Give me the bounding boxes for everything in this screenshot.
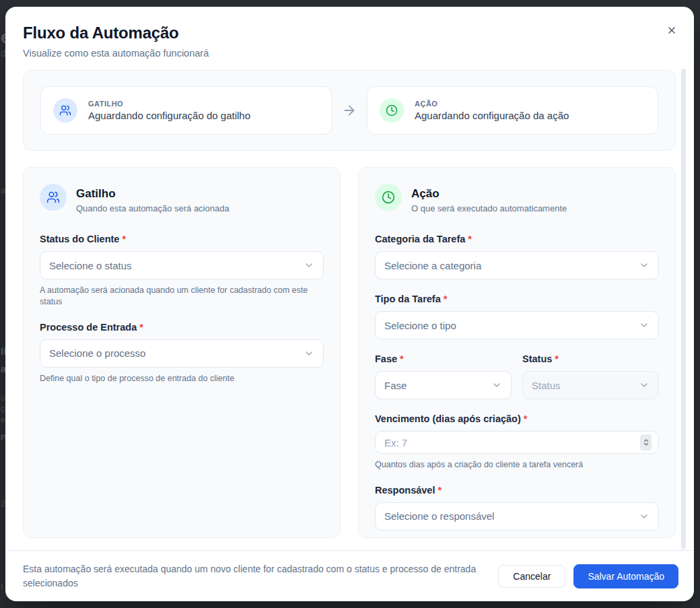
responsavel-select-value: Selecione o responsável <box>384 510 494 522</box>
fase-select[interactable]: Fase <box>375 371 512 399</box>
users-icon <box>40 184 67 211</box>
required-asterisk: * <box>468 234 472 244</box>
status-label: Status* <box>522 353 559 364</box>
vencimento-input[interactable] <box>375 431 659 454</box>
footer-actions: Cancelar Salvar Automação <box>498 564 678 588</box>
modal-subtitle: Visualize como esta automação funcionará <box>23 48 654 59</box>
processo-entrada-select-value: Selecione o processo <box>49 347 145 359</box>
chevron-down-icon <box>639 260 650 271</box>
fase-label: Fase* <box>375 353 404 364</box>
action-status-text: Aguardando configuração da ação <box>415 110 569 121</box>
modal-body: GATILHO Aguardando configuração do gatil… <box>5 59 694 550</box>
responsavel-field: Responsável* Selecione o responsável <box>375 484 659 531</box>
required-asterisk: * <box>444 294 448 304</box>
processo-entrada-helper: Define qual o tipo de processo de entrad… <box>40 373 324 384</box>
required-asterisk: * <box>438 485 442 496</box>
trigger-panel-header: Gatilho Quando esta automação será acion… <box>40 184 324 213</box>
config-panels: Gatilho Quando esta automação será acion… <box>23 167 676 538</box>
background-text-fragment: I <box>1 583 3 591</box>
trigger-panel-subtitle: Quando esta automação será acionada <box>76 203 230 213</box>
save-automation-button[interactable]: Salvar Automação <box>573 564 678 588</box>
modal-title: Fluxo da Automação <box>23 23 654 43</box>
fase-field: Fase* Fase <box>375 353 512 399</box>
tipo-tarefa-select[interactable]: Selecione o tipo <box>375 311 659 339</box>
tipo-tarefa-select-value: Selecione o tipo <box>384 320 456 331</box>
required-asterisk: * <box>139 322 143 333</box>
status-cliente-helper: A automação será acionada quando um clie… <box>40 285 324 308</box>
users-icon <box>53 98 77 123</box>
automation-flow-modal: Fluxo da Automação Visualize como esta a… <box>5 7 694 601</box>
responsavel-label: Responsável* <box>375 485 442 496</box>
action-flow-card: AÇÃO Aguardando configuração da ação <box>367 86 658 135</box>
action-flow-card-text: AÇÃO Aguardando configuração da ação <box>415 100 569 121</box>
x-icon <box>666 25 677 36</box>
chevron-down-icon <box>639 511 650 522</box>
chevron-down-icon <box>639 380 650 391</box>
required-asterisk: * <box>122 234 126 244</box>
trigger-status-text: Aguardando configuração do gatilho <box>88 110 250 121</box>
flow-preview: GATILHO Aguardando configuração do gatil… <box>23 70 676 151</box>
chevron-down-icon <box>491 380 502 391</box>
modal-footer: Esta automação será executada quando um … <box>5 550 694 601</box>
fase-select-value: Fase <box>384 380 407 391</box>
categoria-tarefa-select[interactable]: Selecione a categoria <box>375 251 659 279</box>
status-cliente-field: Status do Cliente* Selecione o status A … <box>40 233 324 308</box>
trigger-flow-card: GATILHO Aguardando configuração do gatil… <box>40 86 332 135</box>
modal-header: Fluxo da Automação Visualize como esta a… <box>5 7 694 59</box>
fase-status-row: Fase* Fase Status* Status <box>375 353 659 399</box>
chevrons-up-down-icon[interactable] <box>640 434 652 450</box>
status-select: Status <box>522 371 659 399</box>
processo-entrada-select[interactable]: Selecione o processo <box>40 339 324 368</box>
arrow-right-icon <box>342 103 357 118</box>
required-asterisk: * <box>524 413 528 424</box>
processo-entrada-field: Processo de Entrada* Selecione o process… <box>40 321 324 384</box>
tipo-tarefa-label: Tipo da Tarefa* <box>375 294 447 304</box>
clock-icon <box>375 184 402 211</box>
action-badge: AÇÃO <box>415 100 569 108</box>
categoria-tarefa-field: Categoria da Tarefa* Selecione a categor… <box>375 233 659 279</box>
status-cliente-select[interactable]: Selecione o status <box>40 251 324 279</box>
trigger-panel-title: Gatilho <box>76 187 230 201</box>
trigger-panel: Gatilho Quando esta automação será acion… <box>23 167 341 538</box>
required-asterisk: * <box>555 353 559 364</box>
cancel-button[interactable]: Cancelar <box>498 565 565 588</box>
trigger-badge: GATILHO <box>88 100 250 108</box>
automation-summary: Esta automação será executada quando um … <box>23 562 487 590</box>
required-asterisk: * <box>400 353 404 364</box>
responsavel-select[interactable]: Selecione o responsável <box>375 502 659 531</box>
vencimento-input-wrap <box>375 431 659 454</box>
clock-icon <box>380 98 404 123</box>
vencimento-field: Vencimento (dias após criação)* Quantos … <box>375 413 659 471</box>
trigger-flow-card-text: GATILHO Aguardando configuração do gatil… <box>88 100 250 121</box>
vencimento-helper: Quantos dias após a criação do cliente a… <box>375 459 659 471</box>
action-panel-title: Ação <box>411 187 567 201</box>
status-cliente-select-value: Selecione o status <box>49 260 132 271</box>
status-select-value: Status <box>532 380 561 391</box>
chevron-down-icon <box>639 320 650 331</box>
categoria-tarefa-label: Categoria da Tarefa* <box>375 234 472 244</box>
action-panel: Ação O que será executado automaticament… <box>358 167 676 538</box>
tipo-tarefa-field: Tipo da Tarefa* Selecione o tipo <box>375 293 659 339</box>
vencimento-label: Vencimento (dias após criação)* <box>375 413 527 424</box>
action-panel-subtitle: O que será executado automaticamente <box>411 203 567 213</box>
status-cliente-label: Status do Cliente* <box>40 234 126 244</box>
scrollbar-thumb[interactable] <box>681 69 686 548</box>
processo-entrada-label: Processo de Entrada* <box>40 322 143 333</box>
chevron-down-icon <box>304 260 314 271</box>
close-button[interactable] <box>664 23 679 38</box>
dimmed-page-background: e d( a Il an us çã es rt 20 I Fluxo da A… <box>0 0 700 608</box>
status-field: Status* Status <box>522 353 659 399</box>
chevron-down-icon <box>304 348 314 359</box>
action-panel-header: Ação O que será executado automaticament… <box>375 184 659 213</box>
categoria-tarefa-select-value: Selecione a categoria <box>384 260 481 271</box>
modal-scrollbar[interactable] <box>681 69 686 551</box>
